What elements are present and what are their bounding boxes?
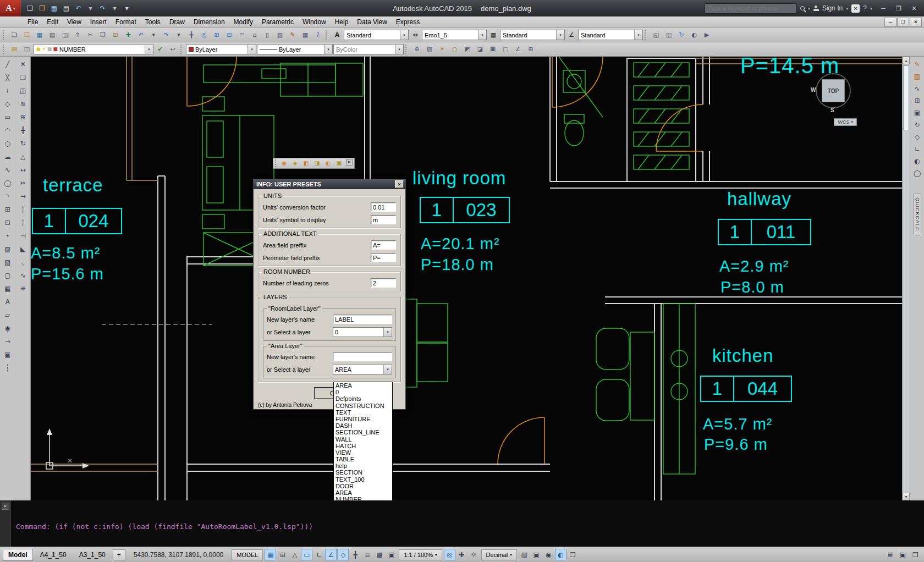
menu-item[interactable]: Edit (42, 17, 63, 27)
area-layer-combo[interactable]: AREA ▾ (333, 365, 392, 374)
sign-in-button[interactable]: Sign In (822, 4, 843, 12)
help-caret-icon[interactable]: ▾ (870, 6, 872, 11)
text-style-icon[interactable]: A (331, 29, 343, 41)
ray-icon[interactable]: → (1, 335, 14, 348)
dialog-title-bar[interactable]: INFO: USER PRESETS ✕ (254, 179, 405, 189)
layer-option[interactable]: AREA (334, 489, 392, 496)
quickcalc-icon[interactable]: ▦ (299, 29, 311, 41)
plot-file-icon[interactable]: ▤ (46, 29, 58, 41)
clean-screen-icon[interactable]: ❒ (567, 549, 579, 560)
layer-previous-icon[interactable]: ↩ (167, 43, 179, 56)
boundary-icon[interactable]: ▣ (1, 348, 14, 361)
dim-style-icon[interactable]: ↔ (409, 29, 421, 41)
selection-cycling-icon[interactable]: ▣ (386, 549, 397, 560)
wcs-button[interactable]: WCS ▾ (834, 118, 857, 126)
roomlabel-run-icon[interactable]: ◉ (279, 159, 289, 168)
convert-icon[interactable]: ↻ (911, 119, 923, 131)
quickcalc-palette-tab[interactable]: QUICKCALC (914, 194, 921, 235)
edit-array-icon[interactable]: ⊞ (911, 95, 923, 107)
minimize-icon[interactable]: ─ (876, 2, 891, 14)
layer-make-current-icon[interactable]: ✔ (154, 43, 166, 56)
combo-arrow-icon[interactable]: ▾ (634, 30, 642, 40)
doc-close-icon[interactable]: ✕ (910, 18, 922, 27)
menu-item[interactable]: Dimension (189, 17, 229, 27)
command-close-icon[interactable]: ✕ (2, 503, 9, 510)
layer-option[interactable]: Defpoints (334, 395, 392, 402)
menu-item[interactable]: Insert (86, 17, 111, 27)
annotation-visibility-icon[interactable]: ◎ (444, 549, 455, 560)
qnew-icon[interactable]: ❏ (24, 2, 36, 14)
donut-icon[interactable]: ◉ (1, 322, 14, 335)
roomlabel-update-icon[interactable]: ◐ (323, 159, 333, 168)
ucs-tool-icon[interactable]: ∟ (911, 143, 923, 155)
array-icon[interactable]: ⊞ (16, 111, 30, 124)
rotate-icon[interactable]: ↻ (16, 137, 30, 150)
layer-option[interactable]: 0 (334, 389, 392, 395)
redo-list-icon[interactable]: ▾ (173, 29, 185, 41)
layer-option[interactable]: CONSTRUCTION (334, 403, 392, 409)
named-views-icon[interactable]: ◱ (650, 29, 662, 41)
model-space-button[interactable]: MODEL (232, 549, 263, 560)
roomlabel-layer-combo[interactable]: 0 ▾ (333, 327, 392, 337)
save-icon[interactable]: ▦ (48, 2, 60, 14)
viewcube-top-face[interactable]: TOP (822, 79, 845, 102)
grid-icon[interactable]: ▦ (265, 549, 276, 560)
viewcube-west[interactable]: W (811, 87, 816, 93)
dialog-close-icon[interactable]: ✕ (395, 180, 404, 188)
snap-icon[interactable]: ⊞ (277, 549, 288, 560)
combo-arrow-icon[interactable]: ▾ (400, 30, 408, 40)
layer-option[interactable]: WALL (334, 436, 392, 443)
revcloud-icon[interactable]: ☁ (1, 150, 14, 163)
mirror-icon[interactable]: ◫ (16, 84, 30, 97)
text-style-combo[interactable]: Standard ▾ (344, 30, 409, 40)
table-style-combo[interactable]: Standard ▾ (500, 30, 565, 40)
combo-arrow-icon[interactable]: ▾ (478, 30, 486, 40)
roomlabel-settings-icon[interactable]: ▣ (334, 159, 344, 168)
combo-arrow-icon[interactable]: ▾ (145, 45, 153, 54)
polyline-icon[interactable]: ≀ (1, 84, 14, 97)
make-object-layer-current-icon[interactable]: ⊕ (411, 43, 423, 56)
scrollbar-thumb[interactable] (903, 65, 909, 130)
plot-preview-icon[interactable]: ◫ (59, 29, 71, 41)
menu-item[interactable]: Help (331, 17, 353, 27)
free-orbit-icon[interactable]: ◯ (911, 167, 923, 179)
menu-item[interactable]: Parametric (257, 17, 298, 27)
linetype-combo[interactable]: ByLayer ▾ (257, 44, 333, 54)
toolbar-grip[interactable] (3, 45, 6, 54)
toolbar-grip[interactable] (180, 45, 183, 54)
layer-option[interactable]: NUMBER (334, 496, 392, 500)
roomlabel-number-icon[interactable]: ◈ (290, 159, 300, 168)
redo-split-icon[interactable]: ▾ (109, 2, 120, 14)
named-view-icon[interactable]: ◐ (911, 155, 923, 167)
color-combo[interactable]: ByLayer ▾ (186, 44, 256, 54)
move-icon[interactable]: ╋ (16, 124, 30, 137)
redo-tool-icon[interactable]: ↷ (160, 29, 172, 41)
layer-option[interactable]: SECTION (334, 469, 392, 476)
toolbar-grip[interactable] (275, 159, 277, 167)
roomlabel-area-icon[interactable]: ◧ (301, 159, 311, 168)
mleader-style-icon[interactable]: ∠ (565, 29, 578, 41)
infocenter-search-input[interactable] (708, 5, 794, 12)
polygon-icon[interactable]: ◇ (1, 97, 14, 111)
copy-object-icon[interactable]: ❒ (16, 71, 30, 84)
construction-line-icon[interactable]: ╳ (1, 71, 14, 84)
pan-icon[interactable]: ╋ (185, 29, 197, 41)
edit-spline-icon[interactable]: ∿ (911, 82, 923, 95)
layer-option[interactable]: TEXT (334, 409, 392, 416)
area-new-layer-input[interactable] (333, 352, 392, 361)
show-motion-icon[interactable]: ▶ (701, 29, 713, 41)
new-layout-button[interactable]: + (113, 549, 125, 560)
toolbar-grip[interactable] (645, 30, 647, 40)
drawing-canvas[interactable]: terrace 1 024 A=8.5 m² P=15.6 m living r… (31, 57, 902, 500)
viewports-icon[interactable]: ◫ (663, 29, 675, 41)
infer-constraints-icon[interactable]: △ (289, 549, 300, 560)
lock-ui-icon[interactable]: ▣ (531, 549, 542, 560)
paste-icon[interactable]: ⊡ (109, 29, 122, 41)
layer-option[interactable]: TEXT_100 (334, 476, 392, 483)
insert-table-icon[interactable]: ⊞ (525, 43, 537, 56)
roomlabel-perimeter-icon[interactable]: ◨ (312, 159, 322, 168)
hatch-icon[interactable]: ▨ (1, 243, 14, 256)
doc-minimize-icon[interactable]: ─ (884, 18, 897, 27)
coordinates-display[interactable]: 5430.7588, 3107.1891, 0.0000 (134, 551, 224, 559)
toolbar-grip[interactable] (326, 30, 328, 40)
